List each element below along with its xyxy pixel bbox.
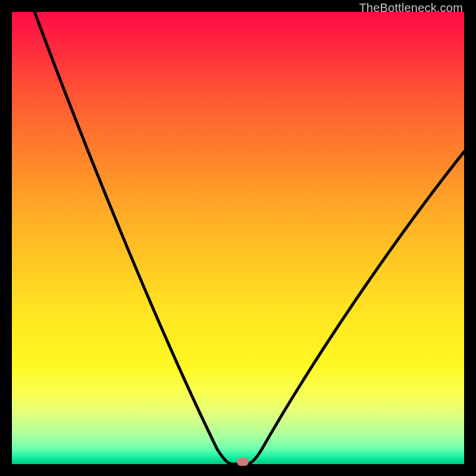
curve-svg [12,12,464,464]
optimum-marker [237,458,249,466]
plot-area [12,12,464,464]
chart-frame: TheBottleneck.com [0,0,476,476]
watermark-text: TheBottleneck.com [359,1,463,15]
bottleneck-curve [35,12,464,464]
